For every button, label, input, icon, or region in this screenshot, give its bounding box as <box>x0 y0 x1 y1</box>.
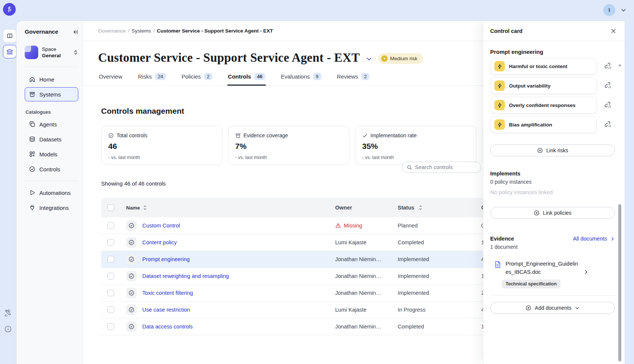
tab-count-badge: 9 <box>313 73 321 80</box>
table-row[interactable]: Data access controls Jonathan Niemin… Co… <box>101 318 537 335</box>
app-logo[interactable] <box>3 3 16 16</box>
tools-icon[interactable] <box>4 309 12 317</box>
panel-scrollbar[interactable] <box>618 64 621 360</box>
sidebar-item-automations[interactable]: Automations <box>25 186 78 200</box>
tab-risks[interactable]: Risks24 <box>137 73 167 85</box>
scrollbar-thumb[interactable] <box>618 204 621 361</box>
sort-icon[interactable] <box>418 205 423 210</box>
sidebar-item-controls[interactable]: Controls <box>25 162 78 176</box>
sidebar-item-home[interactable]: Home <box>25 72 78 86</box>
risk-badge: Medium risk <box>378 53 423 64</box>
breadcrumb-root[interactable]: Governance <box>98 28 126 34</box>
panel-control-name: Prompt engineering <box>490 49 615 55</box>
scroll-up-arrow[interactable] <box>618 64 621 66</box>
add-documents-button[interactable]: Add documents <box>490 302 615 314</box>
sidebar-item-agents[interactable]: Agents <box>25 117 78 131</box>
policy-instances-empty: No policy instances linked <box>490 189 615 195</box>
search-input[interactable] <box>415 164 471 170</box>
user-menu-chevron-icon[interactable] <box>621 7 627 13</box>
docs-rail-button[interactable] <box>3 29 16 43</box>
row-checkbox[interactable] <box>107 323 114 330</box>
control-link[interactable]: Custom Control <box>142 223 180 229</box>
tab-policies[interactable]: Policies2 <box>181 73 213 85</box>
space-selector[interactable]: Space General <box>25 46 78 67</box>
close-icon[interactable] <box>610 28 616 34</box>
space-name: General <box>42 52 69 59</box>
select-all-checkbox[interactable] <box>107 204 114 211</box>
table-row[interactable]: Content policy Lumi Kajaste Completed 1 <box>101 234 537 251</box>
tab-count-badge: 2 <box>204 73 212 80</box>
sidebar-item-label: Integrations <box>39 205 69 211</box>
table-row-selected[interactable]: Prompt engineering Jonathan Niemin… Impl… <box>101 251 537 268</box>
table-row[interactable]: Custom Control Missing Planned 0 <box>101 217 537 234</box>
sort-icon[interactable] <box>143 205 147 210</box>
stat-card-evidence-coverage: Evidence coverage 7% - vs. last month <box>228 126 349 165</box>
sidebar-item-systems[interactable]: Systems <box>25 87 78 101</box>
sidebar-item-integrations[interactable]: Integrations <box>25 201 78 215</box>
bolt-icon <box>494 100 505 110</box>
sidebar-item-models[interactable]: Models <box>25 147 78 161</box>
tab-count-badge: 2 <box>361 73 369 80</box>
plus-circle-icon <box>534 210 540 216</box>
warning-icon <box>335 223 341 229</box>
info-icon[interactable] <box>4 325 12 333</box>
search-controls[interactable] <box>402 162 481 173</box>
control-link[interactable]: Prompt engineering <box>142 256 190 262</box>
row-checkbox[interactable] <box>107 256 114 263</box>
row-checkbox[interactable] <box>107 273 114 279</box>
unlink-icon[interactable] <box>604 82 612 89</box>
risk-chip[interactable]: Harmful or toxic content <box>490 58 597 74</box>
row-checkbox[interactable] <box>107 306 114 313</box>
page-title: Customer Service - Support Service Agent… <box>98 51 360 65</box>
risk-chip[interactable]: Bias amplification <box>490 116 597 133</box>
stat-value: 35% <box>362 142 469 151</box>
control-link[interactable]: Content policy <box>142 239 177 245</box>
risk-chip[interactable]: Output variability <box>490 77 597 94</box>
risk-chip[interactable]: Overly confident responses <box>490 97 597 113</box>
link-risks-button[interactable]: Link risks <box>490 144 615 156</box>
row-checkbox[interactable] <box>107 222 114 229</box>
collapse-sidebar-icon[interactable] <box>72 29 78 35</box>
control-link[interactable]: Toxic content filtering <box>142 290 193 296</box>
unlink-icon[interactable] <box>604 121 612 128</box>
control-link[interactable]: Data access controls <box>142 324 193 330</box>
sidebar-item-datasets[interactable]: Datasets <box>25 132 78 146</box>
risk-bolt-icon <box>381 55 388 62</box>
control-type-icon <box>126 321 137 332</box>
control-type-icon <box>126 254 137 264</box>
row-checkbox[interactable] <box>107 290 114 296</box>
bolt-icon <box>494 61 505 71</box>
table-row[interactable]: Use case restriction Lumi Kajaste In Pro… <box>101 302 537 318</box>
column-header-owner[interactable]: Owner <box>335 205 398 211</box>
document-item[interactable]: Prompt_Engineering_Guidelines_IBCAS.doc … <box>490 260 615 288</box>
row-checkbox[interactable] <box>107 239 114 246</box>
control-link[interactable]: Use case restriction <box>142 307 190 313</box>
breadcrumb-systems[interactable]: Systems <box>131 28 151 34</box>
chevron-up-down-icon <box>73 50 78 55</box>
title-chevron-icon[interactable] <box>366 56 372 62</box>
control-type-icon <box>126 237 137 248</box>
space-icon <box>25 46 38 59</box>
column-header-status[interactable]: Status <box>398 205 481 211</box>
bank-icon <box>6 48 13 55</box>
status-cell: Planned <box>398 223 481 229</box>
archive-icon <box>235 133 241 138</box>
chevron-right-icon[interactable] <box>583 269 589 275</box>
column-header-name[interactable]: Name <box>126 205 140 211</box>
user-avatar[interactable]: I <box>603 4 615 16</box>
tab-reviews[interactable]: Reviews2 <box>336 73 370 85</box>
tab-overview[interactable]: Overview <box>98 73 123 85</box>
stat-value: 46 <box>108 142 215 151</box>
unlink-icon[interactable] <box>604 62 612 70</box>
table-row[interactable]: Dataset reweighting and resampling Jonat… <box>101 268 537 285</box>
unlink-icon[interactable] <box>604 101 612 109</box>
table-row[interactable]: Toxic content filtering Jonathan Niemin…… <box>101 285 537 302</box>
link-policies-button[interactable]: Link policies <box>490 207 615 219</box>
bolt-icon <box>494 80 505 91</box>
tab-evaluations[interactable]: Evaluations9 <box>280 73 322 85</box>
tab-controls[interactable]: Controls46 <box>227 73 266 85</box>
control-link[interactable]: Dataset reweighting and resampling <box>142 273 229 279</box>
governance-rail-button[interactable] <box>3 45 16 58</box>
sidebar-item-label: Models <box>39 151 57 157</box>
all-documents-link[interactable]: All documents <box>573 236 615 242</box>
